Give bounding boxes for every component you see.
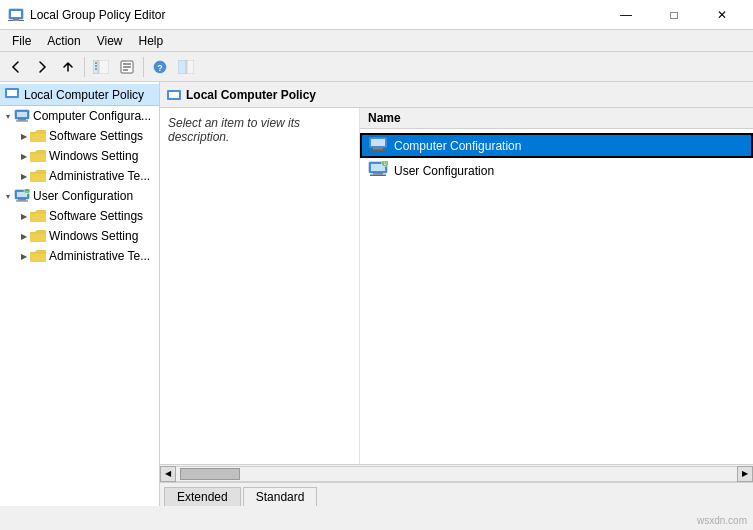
tree-node-computer-config[interactable]: ▾ Computer Configura... — [0, 106, 159, 126]
description-text: Select an item to view its description. — [168, 116, 300, 144]
up-button[interactable] — [56, 55, 80, 79]
policy-icon — [166, 87, 182, 103]
computer-config-label: Computer Configura... — [33, 109, 151, 123]
list-header: Name — [360, 108, 753, 129]
svg-text:?: ? — [157, 63, 163, 73]
expand-arrow: ▶ — [18, 150, 30, 162]
software-settings-2-label: Software Settings — [49, 209, 143, 223]
admin-templates-2-label: Administrative Te... — [49, 249, 150, 263]
folder-icon — [30, 128, 46, 144]
title-bar: Local Group Policy Editor — □ ✕ — [0, 0, 753, 30]
folder-icon — [30, 248, 46, 264]
show-hide-console-tree[interactable] — [89, 55, 113, 79]
bottom-tabs: Extended Standard — [160, 482, 753, 506]
tree-node-windows-setting-1[interactable]: ▶ Windows Setting — [0, 146, 159, 166]
right-panel: Local Computer Policy Select an item to … — [160, 82, 753, 506]
expand-arrow: ▶ — [18, 170, 30, 182]
policy-icon — [4, 86, 20, 103]
svg-rect-5 — [99, 60, 109, 74]
svg-rect-30 — [169, 92, 179, 98]
svg-rect-18 — [7, 90, 17, 96]
scroll-thumb[interactable] — [180, 468, 240, 480]
admin-templates-1-label: Administrative Te... — [49, 169, 150, 183]
tree-panel[interactable]: Local Computer Policy ▾ Computer Configu… — [0, 82, 160, 506]
tab-standard-label: Standard — [256, 490, 305, 504]
app-icon — [8, 7, 24, 23]
list-pane: Name Computer Configura — [360, 108, 753, 464]
tree-node-software-settings-2[interactable]: ▶ Software Settings — [0, 206, 159, 226]
list-items: Computer Configuration U — [360, 129, 753, 187]
user-config-label: User Configuration — [33, 189, 133, 203]
watermark: wsxdn.com — [697, 515, 747, 526]
software-settings-1-label: Software Settings — [49, 129, 143, 143]
tree-node-admin-templates-2[interactable]: ▶ Administrative Te... — [0, 246, 159, 266]
scroll-right-button[interactable]: ▶ — [737, 466, 753, 482]
menu-view[interactable]: View — [89, 32, 131, 50]
maximize-button[interactable]: □ — [651, 5, 697, 25]
tab-standard[interactable]: Standard — [243, 487, 318, 506]
folder-icon — [30, 148, 46, 164]
forward-button[interactable] — [30, 55, 54, 79]
separator-2 — [143, 57, 144, 77]
list-item-computer-config[interactable]: Computer Configuration — [360, 133, 753, 158]
scroll-track[interactable] — [176, 466, 737, 482]
tree-root-node[interactable]: Local Computer Policy — [0, 84, 159, 106]
window-controls: — □ ✕ — [603, 5, 745, 25]
tree-node-user-config[interactable]: ▾ U User Configuration — [0, 186, 159, 206]
expand-arrow: ▾ — [2, 110, 14, 122]
svg-text:U: U — [26, 190, 29, 195]
svg-rect-4 — [93, 60, 98, 74]
expand-arrow: ▶ — [18, 250, 30, 262]
svg-rect-37 — [373, 173, 383, 175]
menu-action[interactable]: Action — [39, 32, 88, 50]
scroll-left-button[interactable]: ◀ — [160, 466, 176, 482]
help-button[interactable]: ? — [148, 55, 172, 79]
tree-node-admin-templates-1[interactable]: ▶ Administrative Te... — [0, 166, 159, 186]
menu-help[interactable]: Help — [131, 32, 172, 50]
expand-arrow: ▶ — [18, 210, 30, 222]
windows-setting-2-label: Windows Setting — [49, 229, 138, 243]
windows-setting-1-label: Windows Setting — [49, 149, 138, 163]
content-area: Select an item to view its description. … — [160, 108, 753, 464]
svg-rect-1 — [11, 11, 21, 17]
back-button[interactable] — [4, 55, 28, 79]
menu-file[interactable]: File — [4, 32, 39, 50]
folder-icon — [30, 228, 46, 244]
close-button[interactable]: ✕ — [699, 5, 745, 25]
expand-arrow: ▾ — [2, 190, 14, 202]
computer-icon — [14, 108, 30, 124]
folder-icon — [30, 208, 46, 224]
svg-rect-26 — [16, 201, 28, 202]
tree-node-software-settings-1[interactable]: ▶ Software Settings — [0, 126, 159, 146]
user-computer-icon: U — [368, 161, 388, 180]
tab-extended-label: Extended — [177, 490, 228, 504]
expand-arrow: ▶ — [18, 230, 30, 242]
svg-rect-21 — [18, 119, 26, 121]
user-computer-icon: U — [14, 188, 30, 204]
toolbar: ? — [0, 52, 753, 82]
svg-rect-33 — [373, 148, 383, 150]
description-pane: Select an item to view its description. — [160, 108, 360, 464]
svg-rect-22 — [16, 121, 28, 122]
svg-text:U: U — [383, 161, 386, 166]
toggle-description-button[interactable] — [174, 55, 198, 79]
address-bar-text: Local Computer Policy — [186, 88, 316, 102]
properties-button[interactable] — [115, 55, 139, 79]
svg-rect-15 — [178, 60, 186, 74]
menu-bar: File Action View Help — [0, 30, 753, 52]
expand-arrow: ▶ — [18, 130, 30, 142]
folder-icon — [30, 168, 46, 184]
tree-node-windows-setting-2[interactable]: ▶ Windows Setting — [0, 226, 159, 246]
h-scroll-bar[interactable]: ◀ ▶ — [160, 464, 753, 482]
list-item-label: User Configuration — [394, 164, 494, 178]
minimize-button[interactable]: — — [603, 5, 649, 25]
window-title: Local Group Policy Editor — [30, 8, 165, 22]
svg-rect-34 — [370, 150, 386, 152]
list-header-name: Name — [368, 111, 401, 125]
list-item-user-config[interactable]: U User Configuration — [360, 158, 753, 183]
tab-extended[interactable]: Extended — [164, 487, 241, 506]
svg-rect-3 — [13, 19, 19, 21]
svg-rect-20 — [17, 112, 27, 117]
svg-rect-25 — [18, 199, 26, 201]
svg-rect-38 — [370, 175, 386, 177]
